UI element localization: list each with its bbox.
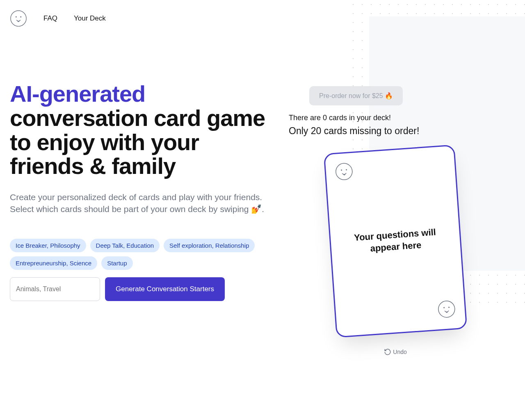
deck-missing: Only 20 cards missing to order! (289, 126, 502, 137)
card-face-icon-bottom (437, 299, 456, 320)
undo-button[interactable]: Undo (330, 348, 461, 356)
preorder-button[interactable]: Pre-order now for $25 🔥 (309, 86, 403, 105)
svg-point-3 (336, 163, 353, 180)
nav-your-deck[interactable]: Your Deck (74, 14, 106, 23)
svg-point-1 (16, 16, 17, 18)
undo-icon (384, 348, 391, 356)
header: FAQ Your Deck (0, 0, 525, 37)
chip-startup[interactable]: Startup (101, 256, 132, 270)
chip-ice-breaker-philosophy[interactable]: Ice Breaker, Philosophy (10, 239, 86, 252)
svg-point-6 (438, 300, 456, 318)
svg-point-5 (346, 169, 347, 170)
nav: FAQ Your Deck (43, 14, 106, 23)
card-face-icon-top (334, 162, 354, 183)
card-preview[interactable]: Your questions will appear here (324, 144, 468, 338)
hero-title-rest: conversation card game to enjoy with you… (10, 105, 265, 179)
svg-point-2 (20, 16, 21, 18)
generate-form: Generate Conversation Starters (10, 277, 272, 301)
svg-point-4 (341, 169, 342, 171)
generate-button[interactable]: Generate Conversation Starters (105, 277, 225, 301)
hero-title-highlight: AI-generated (10, 81, 145, 107)
hero-title: AI-generated conversation card game to e… (10, 82, 272, 178)
svg-point-8 (448, 307, 450, 308)
chip-self-exploration-relationship[interactable]: Self exploration, Relationship (164, 239, 255, 252)
svg-point-7 (443, 307, 445, 308)
hero-subtitle: Create your personalized deck of cards a… (10, 192, 272, 215)
topic-chips: Ice Breaker, Philosophy Deep Talk, Educa… (10, 239, 272, 270)
topic-input[interactable] (10, 277, 100, 301)
deck-section: Pre-order now for $25 🔥 There are 0 card… (289, 37, 502, 356)
chip-deep-talk-education[interactable]: Deep Talk, Education (90, 239, 160, 252)
deck-status: There are 0 cards in your deck! (289, 114, 502, 122)
nav-faq[interactable]: FAQ (43, 14, 57, 23)
svg-point-0 (11, 11, 26, 26)
logo-face-icon[interactable] (10, 10, 27, 27)
chip-entrepreneurship-science[interactable]: Entrepreuneurship, Science (10, 256, 97, 270)
undo-label: Undo (393, 349, 406, 355)
card-placeholder-text: Your questions will appear here (338, 226, 452, 257)
hero-section: AI-generated conversation card game to e… (10, 37, 272, 356)
